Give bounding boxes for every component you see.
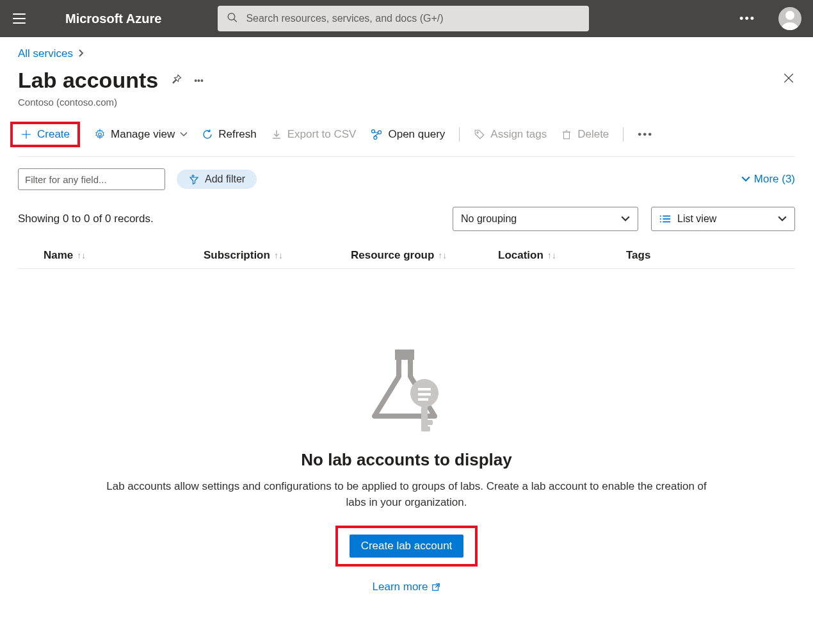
header-more-icon[interactable]: ••• xyxy=(739,12,755,26)
sort-icon: ↑↓ xyxy=(547,250,556,261)
svg-rect-31 xyxy=(421,426,430,431)
svg-rect-16 xyxy=(564,132,570,139)
svg-point-7 xyxy=(99,133,102,136)
export-csv-button: Export to CSV xyxy=(271,128,357,141)
close-icon[interactable] xyxy=(782,72,795,86)
more-filters-label: More (3) xyxy=(754,173,795,186)
learn-more: Learn more xyxy=(18,581,795,593)
learn-more-label: Learn more xyxy=(373,581,428,593)
breadcrumb: All services xyxy=(18,47,795,60)
command-bar: Create Manage view Refresh Export to CSV… xyxy=(18,122,795,157)
svg-point-0 xyxy=(229,13,236,20)
external-link-icon xyxy=(431,583,440,592)
grouping-select[interactable]: No grouping xyxy=(453,207,638,231)
highlight-create: Create xyxy=(10,122,80,147)
title-more-icon[interactable]: ••• xyxy=(194,76,204,86)
query-icon xyxy=(370,128,383,141)
sort-icon: ↑↓ xyxy=(77,250,86,261)
col-tags-label: Tags xyxy=(626,249,650,262)
info-row: Showing 0 to 0 of 0 records. No grouping… xyxy=(18,207,795,231)
learn-more-link[interactable]: Learn more xyxy=(373,581,441,593)
col-location-label: Location xyxy=(498,249,543,262)
col-rg-label: Resource group xyxy=(351,249,434,262)
col-name[interactable]: Name ↑↓ xyxy=(18,249,204,262)
col-subscription[interactable]: Subscription ↑↓ xyxy=(204,249,351,262)
sort-icon: ↑↓ xyxy=(438,250,447,261)
svg-point-12 xyxy=(374,136,377,140)
export-csv-label: Export to CSV xyxy=(287,128,357,141)
page-subtitle: Contoso (contoso.com) xyxy=(18,97,795,108)
highlight-primary: Create lab account xyxy=(335,526,478,567)
col-name-label: Name xyxy=(44,249,73,262)
svg-rect-27 xyxy=(395,350,414,360)
brand-label: Microsoft Azure xyxy=(65,12,161,26)
title-row: Lab accounts ••• xyxy=(18,68,795,93)
pin-icon[interactable] xyxy=(170,73,182,88)
empty-title: No lab accounts to display xyxy=(18,450,795,470)
view-value: List view xyxy=(677,213,716,225)
filter-icon xyxy=(188,173,200,185)
list-icon xyxy=(659,214,671,223)
open-query-label: Open query xyxy=(388,128,445,141)
view-select[interactable]: List view xyxy=(651,207,795,231)
global-search xyxy=(218,6,589,31)
toolbar-separator xyxy=(459,127,460,141)
svg-rect-30 xyxy=(421,420,433,425)
lab-key-icon xyxy=(362,346,451,435)
toolbar-more-icon[interactable]: ••• xyxy=(638,128,653,141)
refresh-icon xyxy=(202,129,213,140)
create-button[interactable]: Create xyxy=(20,128,70,141)
download-icon xyxy=(271,129,282,140)
records-count: Showing 0 to 0 of 0 records. xyxy=(18,213,440,225)
create-label: Create xyxy=(37,128,70,141)
col-resource-group[interactable]: Resource group ↑↓ xyxy=(351,249,498,262)
add-filter-button[interactable]: Add filter xyxy=(177,170,257,189)
filter-input[interactable] xyxy=(18,168,165,190)
manage-view-button[interactable]: Manage view xyxy=(94,128,188,141)
assign-tags-button: Assign tags xyxy=(474,128,547,141)
add-filter-label: Add filter xyxy=(205,173,245,185)
open-query-button[interactable]: Open query xyxy=(370,128,445,141)
svg-line-13 xyxy=(374,133,378,133)
sort-icon: ↑↓ xyxy=(274,250,283,261)
chevron-down-icon xyxy=(180,131,188,138)
chevron-down-icon xyxy=(741,176,750,182)
empty-state: No lab accounts to display Lab accounts … xyxy=(18,346,795,593)
toolbar-separator xyxy=(623,127,624,141)
refresh-button[interactable]: Refresh xyxy=(202,128,257,141)
col-subscription-label: Subscription xyxy=(204,249,270,262)
refresh-label: Refresh xyxy=(218,128,257,141)
filter-row: Add filter More (3) xyxy=(18,168,795,190)
svg-line-1 xyxy=(234,19,237,22)
grouping-value: No grouping xyxy=(461,213,517,225)
avatar[interactable] xyxy=(778,7,801,30)
chevron-right-icon xyxy=(78,49,85,59)
assign-tags-label: Assign tags xyxy=(490,128,547,141)
chevron-down-icon xyxy=(621,213,630,225)
svg-line-36 xyxy=(436,584,440,588)
gear-icon xyxy=(94,129,106,140)
hamburger-icon[interactable] xyxy=(12,11,27,26)
trash-icon xyxy=(561,129,572,140)
search-icon xyxy=(227,12,238,26)
svg-point-2 xyxy=(785,11,794,20)
table-header: Name ↑↓ Subscription ↑↓ Resource group ↑… xyxy=(18,243,795,269)
delete-label: Delete xyxy=(577,128,609,141)
empty-description: Lab accounts allow settings and configur… xyxy=(99,479,714,510)
search-input[interactable] xyxy=(218,6,589,31)
page-title: Lab accounts xyxy=(18,68,158,93)
col-location[interactable]: Location ↑↓ xyxy=(498,249,626,262)
manage-view-label: Manage view xyxy=(111,128,175,141)
page-body: All services Lab accounts ••• Contoso (c… xyxy=(0,37,813,619)
top-header: Microsoft Azure ••• xyxy=(0,0,813,37)
svg-point-15 xyxy=(477,132,478,133)
chevron-down-icon xyxy=(778,213,787,225)
create-lab-account-button[interactable]: Create lab account xyxy=(350,535,464,558)
breadcrumb-root[interactable]: All services xyxy=(18,47,73,60)
delete-button: Delete xyxy=(561,128,609,141)
col-tags[interactable]: Tags xyxy=(626,249,716,262)
tag-icon xyxy=(474,129,485,140)
more-filters-link[interactable]: More (3) xyxy=(741,173,795,186)
